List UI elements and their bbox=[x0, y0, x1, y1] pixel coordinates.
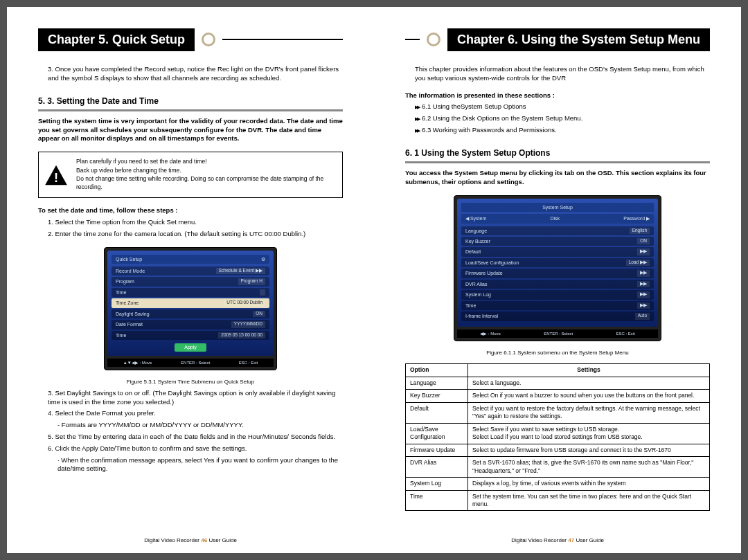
page-footer: Digital Video Recorder 47 User Guide bbox=[374, 537, 741, 543]
table-row: Firmware UpdateSelect to update firmware… bbox=[406, 444, 710, 456]
step-subitem: · When the confirmation message appears,… bbox=[38, 456, 343, 474]
ui-screenshot-quicksetup: Quick Setup⚙ Record ModeSchedule & Event… bbox=[104, 247, 277, 370]
chapter-title: Chapter 5. Quick Setup bbox=[38, 28, 195, 51]
chapter-title: Chapter 6. Using the System Setup Menu bbox=[447, 28, 710, 51]
menu-row: Time▶▶ bbox=[461, 301, 654, 310]
menu-row: Default▶▶ bbox=[461, 247, 654, 256]
table-header-settings: Settings bbox=[468, 364, 710, 377]
chapter-intro: This chapter provides information about … bbox=[405, 65, 710, 83]
menu-row: DVR Alias▶▶ bbox=[461, 280, 654, 289]
table-row: DVR AliasSet a SVR-1670 alias; that is, … bbox=[406, 457, 710, 478]
content-right: This chapter provides information about … bbox=[405, 65, 710, 539]
menu-row: Record ModeSchedule & Event ▶▶ bbox=[112, 267, 269, 276]
menu-row: Date FormatYYYY/MM/DD bbox=[112, 320, 269, 329]
toc-list: 6.1 Using theSystem Setup Options 6.2 Us… bbox=[405, 102, 710, 134]
table-row: Key BuzzerSelect On if you want a buzzer… bbox=[406, 390, 710, 402]
menu-row: Daylight SavingON bbox=[112, 309, 269, 318]
step-item: 1. Select the Time option from the Quick… bbox=[38, 218, 343, 227]
figure-caption: Figure 5.3.1 System Time Submenu on Quic… bbox=[38, 379, 343, 386]
content-left: 3. Once you have completed the Record se… bbox=[38, 65, 343, 539]
section-heading: 6. 1 Using the System Setup Options bbox=[405, 145, 710, 163]
steps-intro: To set the date and time, follow these s… bbox=[38, 206, 343, 215]
toc-item: 6.3 Working with Passwords and Permissio… bbox=[415, 126, 710, 135]
warning-text: Plan carefully if you need to set the da… bbox=[76, 158, 337, 192]
menu-row: Time2009 05 15 00 00 00 bbox=[112, 331, 269, 340]
menu-row: System Log▶▶ bbox=[461, 290, 654, 299]
table-row: Load/Save ConfigurationSelect Save if yo… bbox=[406, 423, 710, 444]
table-header-option: Option bbox=[406, 364, 468, 377]
table-row: DefaultSelect if you want to restore the… bbox=[406, 402, 710, 423]
table-row: LanguageSelect a language. bbox=[406, 377, 710, 389]
chapter-header-left: Chapter 5. Quick Setup bbox=[38, 28, 343, 51]
menu-row: I-frame IntervalAuto bbox=[461, 311, 654, 320]
decor-line bbox=[222, 39, 343, 40]
step-item: 3. Set Daylight Savings to on or off. (T… bbox=[38, 389, 343, 407]
page-number: 47 bbox=[568, 537, 574, 543]
decor-circle bbox=[202, 33, 215, 46]
menu-row: Time ZoneUTC 00:00 Dublin bbox=[112, 298, 269, 307]
page-number: 46 bbox=[201, 537, 207, 543]
chapter-header-right: Chapter 6. Using the System Setup Menu bbox=[405, 28, 710, 51]
step-item: 4. Select the Date Format you prefer. bbox=[38, 409, 343, 418]
decor-line bbox=[405, 39, 420, 40]
svg-text:!: ! bbox=[54, 170, 58, 185]
menu-row: Load/Save ConfigurationLoad ▶▶ bbox=[461, 258, 654, 267]
menu-row: Time bbox=[112, 288, 269, 297]
table-row: TimeSet the system time. You can set the… bbox=[406, 490, 710, 511]
toc-item: 6.2 Using the Disk Options on the System… bbox=[415, 114, 710, 123]
sections-heading: The information is presented in these se… bbox=[405, 91, 710, 100]
step-item: 6. Click the Apply Date/Time button to c… bbox=[38, 444, 343, 453]
options-table: Option Settings LanguageSelect a languag… bbox=[405, 363, 710, 511]
page-right: Chapter 6. Using the System Setup Menu T… bbox=[374, 7, 741, 553]
figure-caption: Figure 6.1.1 System submenu on the Syste… bbox=[405, 350, 710, 357]
section-body: Setting the system time is very importan… bbox=[38, 117, 343, 143]
intro-list-item: 3. Once you have completed the Record se… bbox=[38, 65, 343, 83]
apply-button: Apply bbox=[175, 343, 206, 351]
section-heading: 5. 3. Setting the Date and Time bbox=[38, 93, 343, 111]
warning-box: ! Plan carefully if you need to set the … bbox=[38, 152, 343, 198]
menu-row: Key BuzzerON bbox=[461, 237, 654, 246]
manual-spread: Chapter 5. Quick Setup 3. Once you have … bbox=[7, 7, 741, 553]
table-row: System LogDisplays a log, by time, of va… bbox=[406, 478, 710, 490]
section-body: You access the System Setup menu by clic… bbox=[405, 169, 710, 187]
page-left: Chapter 5. Quick Setup 3. Once you have … bbox=[7, 7, 374, 553]
page-footer: Digital Video Recorder 46 User Guide bbox=[7, 537, 374, 543]
warning-icon: ! bbox=[44, 165, 68, 186]
menu-row: Firmware Update▶▶ bbox=[461, 269, 654, 278]
menu-row: LanguageEnglish bbox=[461, 226, 654, 235]
ui-screenshot-systemsetup: System Setup ◀ System Disk Password ▶ La… bbox=[454, 195, 661, 341]
step-subitem: - Formats are YYYY/MM/DD or MM/DD/YYYY o… bbox=[38, 421, 343, 430]
toc-item: 6.1 Using theSystem Setup Options bbox=[415, 102, 710, 111]
decor-circle bbox=[427, 33, 440, 46]
step-item: 2. Enter the time zone for the camera lo… bbox=[38, 230, 343, 239]
menu-row: ProgramProgram H bbox=[112, 277, 269, 286]
step-item: 5. Set the Time by entering data in each… bbox=[38, 433, 343, 442]
